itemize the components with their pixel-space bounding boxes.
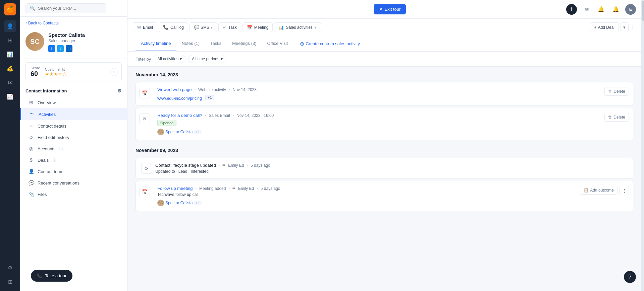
notes-label: Notes (1)	[182, 41, 200, 46]
sidebar-item-activities[interactable]: 〜 Activities	[20, 108, 127, 120]
contact-team-label: Contact team	[38, 169, 63, 174]
url-badge: +1	[205, 95, 214, 100]
back-label: Back to Contacts	[28, 21, 59, 25]
activities-label: Activities	[39, 112, 56, 117]
viewed-web-page-actions: 🗑 Delete	[600, 82, 633, 105]
tab-meetings[interactable]: Meetings (3)	[227, 36, 262, 51]
follow-up-more-button[interactable]: ⋮	[620, 186, 629, 195]
exit-tour-button[interactable]: ✕ Exit tour	[374, 4, 406, 14]
create-button[interactable]: +	[566, 4, 577, 15]
sales-activities-dropdown-icon[interactable]: ▾	[315, 25, 317, 30]
follow-up-icon-col: 📅	[136, 181, 153, 211]
sms-label: SMS	[201, 25, 209, 30]
nav-icon-email[interactable]: ✉	[4, 76, 16, 88]
viewed-web-page-title[interactable]: Viewed web page	[157, 87, 192, 92]
sidebar-item-field-edit-history[interactable]: ↺ Field edit history	[20, 132, 127, 143]
nav-icon-deals[interactable]: 💰	[4, 62, 16, 74]
more-options-button[interactable]: ⋮	[630, 22, 636, 32]
demo-call-title[interactable]: Ready for a demo call?	[157, 113, 202, 118]
nav-icon-contacts[interactable]: 👤	[4, 20, 16, 32]
meeting-icon: 📅	[247, 25, 252, 30]
viewed-web-page-body: Viewed web page • Website activity • Nov…	[153, 82, 600, 105]
back-to-contacts-link[interactable]: ‹ Back to Contacts	[25, 21, 122, 25]
nav-icon-reports[interactable]: 📈	[4, 90, 16, 102]
outcome-icon: 📋	[584, 188, 589, 193]
tab-office-visit[interactable]: Office Visit	[262, 36, 293, 51]
email-button[interactable]: ✉ Email	[133, 22, 157, 32]
scrollbar[interactable]	[641, 0, 644, 291]
notification-icon[interactable]: 🔔	[596, 4, 606, 15]
email-icon[interactable]: ✉	[581, 4, 592, 15]
contact-team-icon: 👤	[28, 169, 34, 174]
create-custom-activity-button[interactable]: ⊕ Create custom sales activity	[296, 41, 364, 47]
sidebar-item-contact-team[interactable]: 👤 Contact team	[20, 166, 127, 177]
nav-icon-dashboard[interactable]: ⊞	[4, 34, 16, 46]
sms-button[interactable]: 💬 SMS ▾	[190, 22, 217, 32]
person-name[interactable]: Spector Calista	[165, 130, 193, 134]
all-activities-filter[interactable]: All activities ▾	[154, 55, 185, 63]
delete-web-page-button[interactable]: 🗑 Delete	[604, 87, 629, 96]
tab-tasks[interactable]: Tasks	[205, 36, 227, 51]
meeting-button[interactable]: 📅 Meeting	[243, 22, 273, 32]
create-custom-label: Create custom sales activity	[306, 41, 360, 46]
demo-call-icon-col: ✉	[136, 108, 153, 140]
tab-activity-timeline[interactable]: Activity timeline	[136, 36, 176, 51]
add-deal-icon: +	[594, 25, 597, 30]
delete-demo-call-button[interactable]: 🗑 Delete	[604, 113, 629, 122]
web-page-url[interactable]: www.edu-inc.com/pricing	[157, 96, 202, 101]
linkedin-icon[interactable]: in	[66, 45, 72, 52]
edit-icon: ✏	[222, 163, 225, 167]
recent-conversations-label: Recent conversations	[38, 180, 79, 186]
chevron-left-icon: ‹	[25, 21, 27, 25]
nav-icon-analytics[interactable]: 📊	[4, 48, 16, 60]
sidebar-item-recent-conversations[interactable]: 💬 Recent conversations	[20, 177, 127, 189]
follow-up-body: Follow up meeting • Meeting added • ✏ Em…	[153, 181, 576, 211]
follow-person-name[interactable]: Spector Calista	[165, 201, 193, 205]
add-deal-dropdown-button[interactable]: ▾	[620, 22, 629, 32]
icon-bar: 🍊 👤 ⊞ 📊 💰 ✉ 📈 ⚙ ⊞	[0, 0, 20, 291]
contact-title: Sales manager	[48, 39, 85, 43]
filter-bar: Filter by All activities ▾ All time peri…	[127, 52, 641, 67]
facebook-icon[interactable]: f	[48, 45, 55, 52]
add-deal-button[interactable]: + Add Deal	[590, 22, 619, 32]
demo-call-body: Ready for a demo call? • Sales Email • N…	[153, 108, 600, 140]
sidebar-footer: 📞 Take a tour	[20, 262, 127, 291]
sidebar-item-overview[interactable]: ⊞ Overview	[20, 97, 127, 108]
user-avatar[interactable]: E	[625, 4, 636, 15]
expand-score-button[interactable]: ›	[110, 68, 118, 76]
lifecycle-value: Lead : Interested	[178, 169, 209, 174]
help-button[interactable]: ?	[624, 271, 636, 283]
search-input[interactable]	[38, 6, 102, 11]
sidebar-item-files[interactable]: 📎 Files	[20, 189, 127, 200]
twitter-icon[interactable]: t	[57, 45, 64, 52]
sidebar-search[interactable]: 🔍	[25, 3, 106, 13]
tasks-label: Tasks	[210, 41, 221, 46]
deals-label: Deals	[38, 158, 49, 163]
plus-circle-icon: ⊕	[300, 41, 304, 47]
follow-up-editor: Emily Ed	[238, 186, 254, 191]
lifecycle-time: 5 days ago	[251, 163, 270, 168]
nav-icon-settings[interactable]: ⚙	[4, 262, 16, 274]
customer-fit-stars: ★★★☆☆	[45, 71, 67, 77]
sidebar-item-accounts[interactable]: ◎ Accounts ⓘ	[20, 143, 127, 154]
add-outcome-button[interactable]: 📋 Add outcome	[580, 186, 618, 195]
take-a-tour-button[interactable]: 📞 Take a tour	[31, 270, 72, 282]
sidebar-item-deals[interactable]: $ Deals ⓘ	[20, 154, 127, 166]
follow-up-title[interactable]: Follow up meeting	[157, 186, 193, 191]
accounts-info-icon: ⓘ	[59, 146, 63, 151]
app-logo[interactable]: 🍊	[4, 3, 16, 15]
nav-icon-apps[interactable]: ⊞	[4, 276, 16, 288]
tab-notes[interactable]: Notes (1)	[176, 36, 205, 51]
sales-activities-button[interactable]: 📊 Sales activities ▾	[274, 22, 321, 32]
settings-gear-icon[interactable]: ⚙	[117, 88, 122, 93]
field-edit-history-icon: ↺	[28, 135, 34, 140]
call-log-button[interactable]: 📞 Call log	[159, 22, 188, 32]
sms-dropdown-icon[interactable]: ▾	[211, 25, 213, 30]
sidebar-item-contact-details[interactable]: ≡ Contact details	[20, 120, 127, 132]
opened-badge: Opened	[157, 120, 176, 126]
all-time-periods-filter[interactable]: All time periods ▾	[188, 55, 226, 63]
task-button[interactable]: ✓ Task	[218, 22, 241, 32]
demo-call-card: ✉ Ready for a demo call? • Sales Email •…	[136, 108, 633, 140]
bell-icon[interactable]: 🔔	[610, 4, 621, 15]
tour-label: Take a tour	[45, 273, 66, 278]
